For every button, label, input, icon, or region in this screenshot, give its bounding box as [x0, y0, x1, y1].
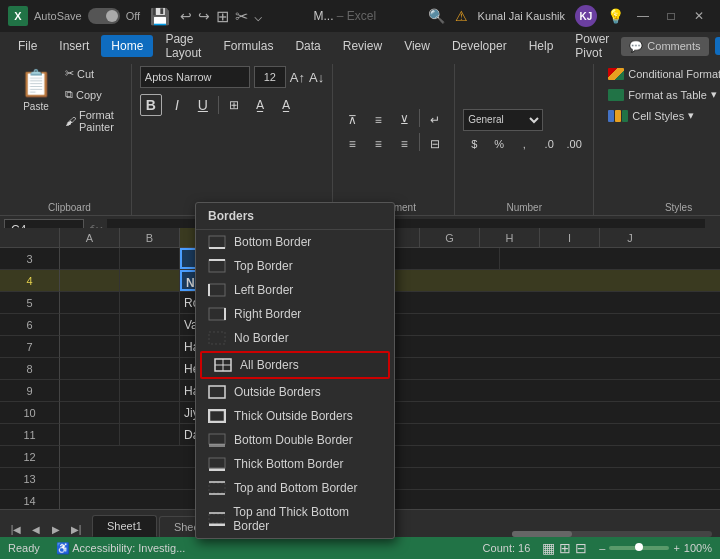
- decrease-font-button[interactable]: A↓: [309, 70, 324, 85]
- row-header-9[interactable]: 9: [0, 380, 60, 402]
- cell-A6[interactable]: [60, 314, 120, 335]
- user-avatar[interactable]: KJ: [575, 5, 597, 27]
- increase-decimal-button[interactable]: .00: [563, 133, 585, 155]
- cell-B6[interactable]: [120, 314, 180, 335]
- percent-button[interactable]: %: [488, 133, 510, 155]
- col-header-I[interactable]: I: [540, 228, 600, 247]
- menu-review[interactable]: Review: [333, 35, 392, 57]
- row-header-10[interactable]: 10: [0, 402, 60, 424]
- conditional-formatting-button[interactable]: Conditional Formatting ▾: [602, 64, 720, 83]
- cell-B9[interactable]: [120, 380, 180, 401]
- menu-home[interactable]: Home: [101, 35, 153, 57]
- border-item-thick-bottom[interactable]: Thick Bottom Border: [196, 452, 394, 476]
- align-left-button[interactable]: ≡: [341, 133, 363, 155]
- next-sheet-button[interactable]: ▶: [48, 521, 64, 537]
- align-bottom-button[interactable]: ⊻: [393, 109, 415, 131]
- font-name-input[interactable]: [140, 66, 250, 88]
- menu-power-pivot[interactable]: Power Pivot: [565, 28, 619, 64]
- col-header-A[interactable]: A: [60, 228, 120, 247]
- maximize-btn[interactable]: □: [658, 5, 684, 27]
- cell-A5[interactable]: [60, 292, 120, 313]
- col-header-J[interactable]: J: [600, 228, 660, 247]
- italic-button[interactable]: I: [166, 94, 188, 116]
- cell-B7[interactable]: [120, 336, 180, 357]
- row-header-8[interactable]: 8: [0, 358, 60, 380]
- row-header-13[interactable]: 13: [0, 468, 60, 490]
- format-painter-button[interactable]: 🖌 Format Painter: [60, 106, 123, 136]
- menu-page-layout[interactable]: Page Layout: [155, 28, 211, 64]
- zoom-in-button[interactable]: +: [673, 542, 679, 554]
- zoom-slider[interactable]: [609, 546, 669, 550]
- fill-color-button[interactable]: A̲: [249, 94, 271, 116]
- cell-B8[interactable]: [120, 358, 180, 379]
- wrap-text-button[interactable]: ↵: [424, 109, 446, 131]
- border-item-top[interactable]: Top Border: [196, 254, 394, 278]
- cell-A8[interactable]: [60, 358, 120, 379]
- zoom-slider-thumb[interactable]: [635, 543, 643, 551]
- row-header-3[interactable]: 3: [0, 248, 60, 270]
- menu-file[interactable]: File: [8, 35, 47, 57]
- cell-A10[interactable]: [60, 402, 120, 423]
- page-layout-button[interactable]: ⊞: [559, 540, 571, 556]
- row-header-11[interactable]: 11: [0, 424, 60, 446]
- paste-button[interactable]: 📋 Paste: [16, 64, 56, 116]
- cell-B5[interactable]: [120, 292, 180, 313]
- cell-A7[interactable]: [60, 336, 120, 357]
- undo-icon[interactable]: ↩: [180, 8, 192, 24]
- comma-button[interactable]: ,: [513, 133, 535, 155]
- close-btn[interactable]: ✕: [686, 5, 712, 27]
- border-item-top-bottom[interactable]: Top and Bottom Border: [196, 476, 394, 500]
- more-commands-icon[interactable]: ⌵: [254, 8, 262, 24]
- normal-view-button[interactable]: ▦: [542, 540, 555, 556]
- number-format-select[interactable]: General: [463, 109, 543, 131]
- cell-A4[interactable]: [60, 270, 120, 291]
- save-icon[interactable]: 💾: [150, 7, 170, 26]
- prev-sheet-button[interactable]: ◀: [28, 521, 44, 537]
- col-header-G[interactable]: G: [420, 228, 480, 247]
- decrease-decimal-button[interactable]: .0: [538, 133, 560, 155]
- cell-A11[interactable]: [60, 424, 120, 445]
- minimize-btn[interactable]: —: [630, 5, 656, 27]
- menu-view[interactable]: View: [394, 35, 440, 57]
- underline-button[interactable]: U: [192, 94, 214, 116]
- increase-font-button[interactable]: A↑: [290, 70, 305, 85]
- border-item-none[interactable]: No Border: [196, 326, 394, 350]
- border-item-outside[interactable]: Outside Borders: [196, 380, 394, 404]
- bold-button[interactable]: B: [140, 94, 162, 116]
- row-header-5[interactable]: 5: [0, 292, 60, 314]
- sheet-tab-sheet1[interactable]: Sheet1: [92, 515, 157, 537]
- cut-button[interactable]: ✂ Cut: [60, 64, 123, 83]
- currency-button[interactable]: $: [463, 133, 485, 155]
- first-sheet-button[interactable]: |◀: [8, 521, 24, 537]
- row-header-7[interactable]: 7: [0, 336, 60, 358]
- border-item-bottom[interactable]: Bottom Border: [196, 230, 394, 254]
- merge-center-button[interactable]: ⊟: [424, 133, 446, 155]
- font-color-button[interactable]: A̲: [275, 94, 297, 116]
- zoom-out-button[interactable]: –: [599, 542, 605, 554]
- border-item-thick-outside[interactable]: Thick Outside Borders: [196, 404, 394, 428]
- last-sheet-button[interactable]: ▶|: [68, 521, 84, 537]
- row-header-6[interactable]: 6: [0, 314, 60, 336]
- font-size-input[interactable]: [254, 66, 286, 88]
- cell-B10[interactable]: [120, 402, 180, 423]
- search-icon[interactable]: 🔍: [428, 8, 445, 24]
- idea-icon[interactable]: 💡: [607, 8, 624, 24]
- align-top-button[interactable]: ⊼: [341, 109, 363, 131]
- row-header-4[interactable]: 4: [0, 270, 60, 292]
- scissors-icon[interactable]: ✂: [235, 7, 248, 26]
- cell-A9[interactable]: [60, 380, 120, 401]
- menu-data[interactable]: Data: [285, 35, 330, 57]
- menu-developer[interactable]: Developer: [442, 35, 517, 57]
- border-item-left[interactable]: Left Border: [196, 278, 394, 302]
- quick-access-icon[interactable]: ⊞: [216, 7, 229, 26]
- autosave-toggle[interactable]: [88, 8, 120, 24]
- cell-B4[interactable]: [120, 270, 180, 291]
- col-header-B[interactable]: B: [120, 228, 180, 247]
- comments-button[interactable]: 💬 Comments: [621, 37, 708, 56]
- cell-B3[interactable]: [120, 248, 180, 269]
- redo-icon[interactable]: ↪: [198, 8, 210, 24]
- border-item-all[interactable]: All Borders: [200, 351, 390, 379]
- row-header-12[interactable]: 12: [0, 446, 60, 468]
- border-item-top-thick-bottom[interactable]: Top and Thick Bottom Border: [196, 500, 394, 538]
- border-item-bottom-double[interactable]: Bottom Double Border: [196, 428, 394, 452]
